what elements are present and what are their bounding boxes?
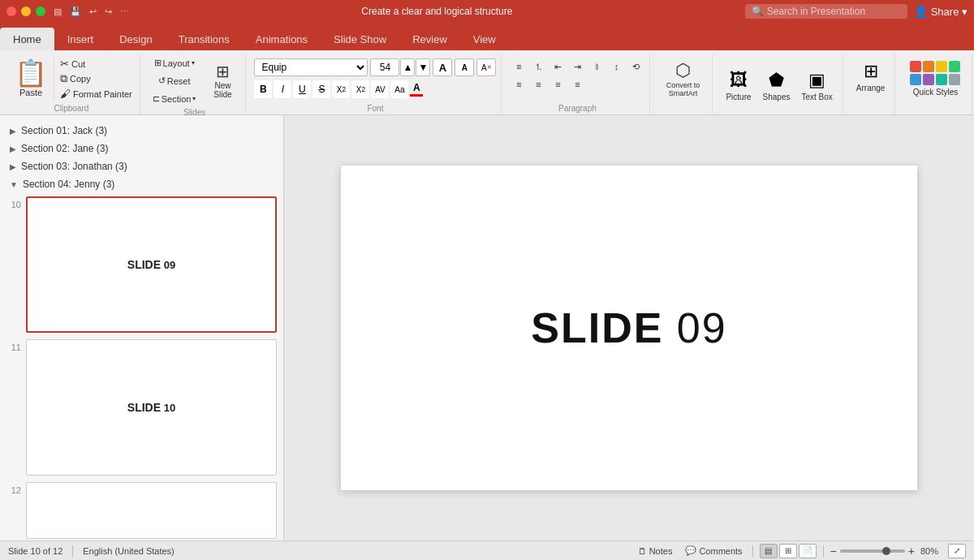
decrease-indent-button[interactable]: ⇤ <box>549 58 567 75</box>
text-direction-button[interactable]: ⟲ <box>627 58 644 75</box>
slide-canvas[interactable]: SLIDE 09 <box>341 166 917 490</box>
sidebar-toggle-icon[interactable]: ▤ <box>54 6 62 17</box>
canvas-area: SLIDE 09 <box>284 115 974 541</box>
align-right-button[interactable]: ≡ <box>549 76 567 93</box>
clear-format-button[interactable]: A✕ <box>476 58 496 76</box>
superscript-button[interactable]: X2 <box>351 80 369 98</box>
profile-icon[interactable]: 👤 <box>914 5 928 18</box>
font-color-button[interactable]: A <box>410 82 423 97</box>
insert-group: 🖼 Picture ⬟ Shapes ▣ Text Box <box>716 54 843 114</box>
comments-label: Comments <box>699 546 742 556</box>
decrease-font-button[interactable]: A <box>455 58 474 76</box>
undo-icon[interactable]: ↩ <box>89 6 97 17</box>
status-divider-2 <box>752 545 753 557</box>
search-input[interactable] <box>767 6 897 17</box>
underline-button[interactable]: U <box>293 80 311 98</box>
tab-animations[interactable]: Animations <box>243 28 321 50</box>
section-02-arrow: ▶ <box>10 144 16 153</box>
columns-button[interactable]: ⦀ <box>588 58 606 75</box>
align-left-button[interactable]: ≡ <box>510 76 528 93</box>
subscript-button[interactable]: X2 <box>332 80 350 98</box>
normal-view-button[interactable]: ▤ <box>760 544 778 558</box>
slide-thumb-10[interactable]: SLIDE 09 <box>26 196 277 333</box>
tab-slideshow[interactable]: Slide Show <box>321 28 399 50</box>
section-02-label: Section 02: Jane (3) <box>21 143 108 154</box>
reading-view-button[interactable]: 📄 <box>799 544 817 558</box>
arrange-button[interactable]: ⊞ Arrange <box>851 58 890 95</box>
zoom-minus-button[interactable]: − <box>830 545 837 558</box>
maximize-button[interactable] <box>36 6 45 16</box>
align-center-button[interactable]: ≡ <box>529 76 547 93</box>
italic-button[interactable]: I <box>274 80 291 98</box>
paste-button[interactable]: 📋 Paste <box>8 57 54 101</box>
section-04-arrow: ▼ <box>10 180 18 189</box>
slide-sorter-button[interactable]: ⊞ <box>779 544 797 558</box>
font-size-decrease[interactable]: ▼ <box>416 58 430 76</box>
increase-indent-button[interactable]: ⇥ <box>568 58 586 75</box>
font-format-row: B I U S X2 X2 AV Aa A <box>254 80 496 98</box>
zoom-slider[interactable] <box>840 549 905 553</box>
clipboard-buttons: 📋 Paste ✂ Cut ⧉ Copy 🖌 Format Painter <box>8 55 135 102</box>
notes-button[interactable]: 🗒 Notes <box>635 545 676 557</box>
section-01-header[interactable]: ▶ Section 01: Jack (3) <box>0 122 283 140</box>
format-painter-button[interactable]: 🖌 Format Painter <box>58 87 135 101</box>
slide-thumb-11[interactable]: SLIDE 10 <box>26 339 277 476</box>
copy-button[interactable]: ⧉ Copy <box>58 71 135 86</box>
section-02-header[interactable]: ▶ Section 02: Jane (3) <box>0 140 283 157</box>
fit-slide-button[interactable]: ⤢ <box>948 544 966 558</box>
new-slide-button[interactable]: ⊞ NewSlide <box>205 61 240 101</box>
tab-insert[interactable]: Insert <box>54 28 107 50</box>
change-case-button[interactable]: Aa <box>390 80 408 98</box>
slide-thumb-12[interactable] <box>26 482 277 539</box>
convert-smartart-button[interactable]: ⬡ Convert to SmartArt <box>658 58 707 99</box>
more-icon[interactable]: ⋯ <box>120 6 129 17</box>
increase-font-button[interactable]: A <box>433 58 452 76</box>
insert-buttons: 🖼 Picture ⬟ Shapes ▣ Text Box <box>721 55 837 113</box>
tab-review[interactable]: Review <box>399 28 460 50</box>
text-box-icon: ▣ <box>808 70 825 91</box>
zoom-plus-button[interactable]: + <box>908 545 915 558</box>
minimize-button[interactable] <box>21 6 31 16</box>
text-box-button[interactable]: ▣ Text Box <box>797 67 838 104</box>
bold-button[interactable]: B <box>254 80 272 98</box>
save-icon[interactable]: 💾 <box>70 6 81 17</box>
comments-button[interactable]: 💬 Comments <box>682 545 745 557</box>
tab-transitions[interactable]: Transitions <box>166 28 243 50</box>
font-family-select[interactable]: Equip <box>254 58 368 76</box>
slide-item-11[interactable]: 11 SLIDE 10 <box>0 336 283 479</box>
clipboard-label: Clipboard <box>8 102 135 113</box>
bullets-button[interactable]: ≡ <box>510 58 528 75</box>
slide-item-12[interactable]: 12 <box>0 479 283 541</box>
justify-button[interactable]: ≡ <box>568 76 586 93</box>
slide-item-10[interactable]: 10 SLIDE 09 <box>0 193 283 336</box>
quick-styles-button[interactable]: Quick Styles <box>903 58 967 99</box>
character-spacing-button[interactable]: AV <box>371 80 389 98</box>
strikethrough-button[interactable]: S <box>312 80 330 98</box>
layout-arrow: ▾ <box>192 59 195 67</box>
swatch-4 <box>949 61 960 72</box>
cut-icon: ✂ <box>60 58 69 70</box>
paragraph-label: Paragraph <box>510 102 644 113</box>
search-icon: 🔍 <box>752 6 764 17</box>
share-button[interactable]: Share ▾ <box>931 6 968 18</box>
section-button[interactable]: ⊏ Section ▾ <box>149 91 200 106</box>
redo-icon[interactable]: ↪ <box>105 6 112 17</box>
search-bar[interactable]: 🔍 <box>745 4 907 19</box>
picture-button[interactable]: 🖼 Picture <box>721 67 756 104</box>
line-spacing-button[interactable]: ↕ <box>607 58 625 75</box>
shapes-button[interactable]: ⬟ Shapes <box>758 67 795 104</box>
numbering-button[interactable]: ⒈ <box>529 58 547 75</box>
tab-design[interactable]: Design <box>106 28 165 50</box>
font-size-input[interactable] <box>370 58 399 76</box>
cut-button[interactable]: ✂ Cut <box>58 57 135 71</box>
font-size-increase[interactable]: ▲ <box>400 58 415 76</box>
section-04-header[interactable]: ▼ Section 04: Jenny (3) <box>0 175 283 193</box>
section-03-header[interactable]: ▶ Section 03: Jonathan (3) <box>0 157 283 175</box>
close-button[interactable] <box>6 6 16 16</box>
cut-label: Cut <box>71 59 85 69</box>
tab-view[interactable]: View <box>460 28 509 50</box>
reset-button[interactable]: ↺ Reset <box>154 73 195 88</box>
layout-button[interactable]: ⊞ Layout ▾ <box>150 55 199 71</box>
new-slide-icon: ⊞ <box>216 63 230 80</box>
tab-home[interactable]: Home <box>0 28 54 50</box>
